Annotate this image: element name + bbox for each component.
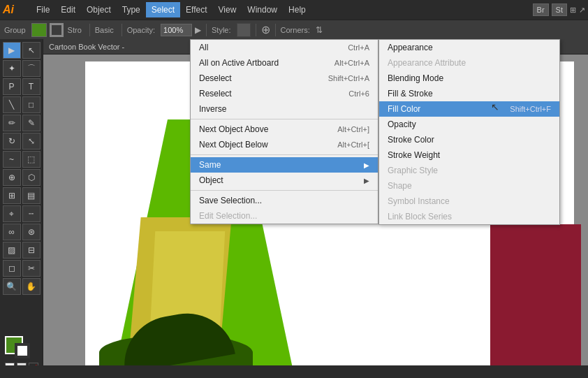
- sep2: [122, 24, 122, 36]
- menu-window[interactable]: Window: [242, 2, 283, 17]
- gradient-tool[interactable]: ▤: [22, 187, 41, 204]
- eyedropper-tool[interactable]: ⌖: [3, 205, 21, 222]
- warp-tool[interactable]: ~: [3, 151, 21, 168]
- menu-effect[interactable]: Effect: [180, 2, 212, 17]
- measure-tool[interactable]: ╌: [22, 205, 41, 222]
- tool-row-8: ⊕ ⬡: [3, 169, 41, 186]
- canvas-tab: Cartoon Book Vector -: [43, 39, 588, 54]
- lasso-tool[interactable]: ⌒: [22, 60, 41, 77]
- canvas-tab-title: Cartoon Book Vector -: [49, 43, 124, 51]
- stroke-label: Stro: [68, 26, 82, 34]
- bridge-btn[interactable]: Br: [533, 3, 549, 16]
- symbol-spray-tool[interactable]: ⊛: [22, 224, 41, 240]
- paint-brush-tool[interactable]: ✏: [3, 115, 21, 131]
- opacity-label: Opacity:: [127, 26, 155, 34]
- sep1: [89, 24, 90, 36]
- sync-icon[interactable]: ↗: [579, 6, 585, 15]
- shape-builder-tool[interactable]: ⊕: [3, 169, 21, 186]
- bottom-bar: [0, 365, 588, 378]
- stroke-indicator[interactable]: [15, 343, 30, 358]
- style-btn[interactable]: [237, 23, 251, 37]
- art-red: [490, 224, 581, 378]
- tool-row-13: ◻ ✂: [3, 260, 41, 277]
- menu-help[interactable]: Help: [283, 2, 311, 17]
- stock-btn[interactable]: St: [552, 3, 567, 16]
- tool-row-11: ∞ ⊛: [3, 224, 41, 240]
- sep3: [206, 24, 207, 36]
- stroke-btn[interactable]: [50, 23, 64, 37]
- corners-arrows[interactable]: ⇅: [316, 25, 323, 35]
- hand-tool[interactable]: ✋: [22, 278, 41, 295]
- tools-panel: ▶ ↖ ✦ ⌒ P T ╲ □ ✏ ✎ ↻ ⤡ ~ ⬚ ⊕ ⬡: [0, 39, 43, 378]
- menu-select[interactable]: Select: [146, 2, 180, 17]
- selection-tool[interactable]: ▶: [3, 42, 21, 59]
- menu-edit[interactable]: Edit: [55, 2, 81, 17]
- slice-tool[interactable]: ⊟: [22, 242, 41, 259]
- tool-row-4: ╲ □: [3, 96, 41, 113]
- opacity-input[interactable]: [161, 24, 192, 36]
- tool-row-1: ▶ ↖: [3, 42, 41, 59]
- style-label: Style:: [212, 26, 231, 34]
- fill-stroke-indicator[interactable]: [5, 336, 33, 361]
- zoom-tool[interactable]: 🔍: [3, 278, 21, 295]
- free-transform-tool[interactable]: ⬚: [22, 151, 41, 168]
- scale-tool[interactable]: ⤡: [22, 133, 41, 150]
- globe-icon[interactable]: ⊕: [261, 23, 270, 36]
- toolbar: Group Stro Basic Opacity: ▶ Style: ⊕ Cor…: [0, 20, 588, 39]
- type-tool[interactable]: T: [22, 78, 41, 95]
- menu-object[interactable]: Object: [81, 2, 117, 17]
- tool-row-6: ↻ ⤡: [3, 133, 41, 150]
- direct-selection-tool[interactable]: ↖: [22, 42, 41, 59]
- tool-row-9: ⊞ ▤: [3, 187, 41, 204]
- shape-tool[interactable]: □: [22, 96, 41, 113]
- tool-row-2: ✦ ⌒: [3, 60, 41, 77]
- fill-color-btn[interactable]: [31, 23, 47, 37]
- line-tool[interactable]: ╲: [3, 96, 21, 113]
- menu-view[interactable]: View: [213, 2, 242, 17]
- group-label: Group: [4, 26, 26, 34]
- corners-label: Corners:: [281, 26, 310, 34]
- mesh-tool[interactable]: ⊞: [3, 187, 21, 204]
- tool-row-10: ⌖ ╌: [3, 205, 41, 222]
- tool-row-7: ~ ⬚: [3, 151, 41, 168]
- magic-wand-tool[interactable]: ✦: [3, 60, 21, 77]
- grid-icon[interactable]: ⊞: [570, 6, 576, 15]
- perspective-tool[interactable]: ⬡: [22, 169, 41, 186]
- main-area: ▶ ↖ ✦ ⌒ P T ╲ □ ✏ ✎ ↻ ⤡ ~ ⬚ ⊕ ⬡: [0, 39, 588, 378]
- pen-tool[interactable]: P: [3, 78, 21, 95]
- rotate-tool[interactable]: ↻: [3, 133, 21, 150]
- tool-row-5: ✏ ✎: [3, 115, 41, 131]
- opacity-arrow[interactable]: ▶: [195, 25, 201, 35]
- menu-bar-right: Br St ⊞ ↗: [533, 3, 585, 16]
- tool-row-14: 🔍 ✋: [3, 278, 41, 295]
- blend-tool[interactable]: ∞: [3, 224, 21, 240]
- app-logo: Ai: [3, 3, 24, 16]
- menu-file[interactable]: File: [31, 2, 55, 17]
- scissors-tool[interactable]: ✂: [22, 260, 41, 277]
- chart-tool[interactable]: ▨: [3, 242, 21, 259]
- tool-row-3: P T: [3, 78, 41, 95]
- canvas-bg[interactable]: [43, 54, 588, 378]
- pencil-tool[interactable]: ✎: [22, 115, 41, 131]
- menu-type[interactable]: Type: [117, 2, 146, 17]
- sep4: [256, 24, 256, 36]
- tool-row-12: ▨ ⊟: [3, 242, 41, 259]
- sep5: [275, 24, 276, 36]
- basic-label: Basic: [95, 26, 114, 34]
- canvas-area: Cartoon Book Vector - All: [43, 39, 588, 378]
- menu-bar: Ai File Edit Object Type Select Effect V…: [0, 0, 588, 20]
- eraser-tool[interactable]: ◻: [3, 260, 21, 277]
